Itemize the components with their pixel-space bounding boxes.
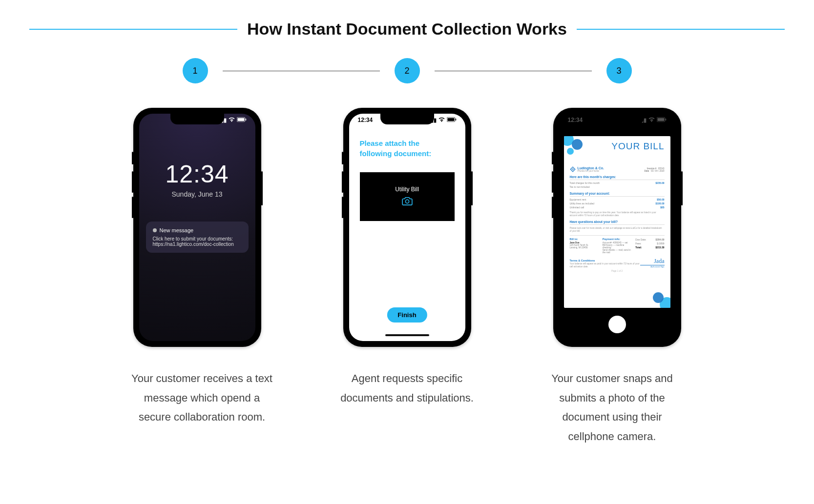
phone-notch: [380, 114, 434, 124]
wifi-icon: [438, 117, 445, 123]
step-badge-2: 2: [395, 58, 420, 83]
bill-document-preview: YOUR BILL Ludington & Co. Phones for you…: [564, 136, 670, 308]
bill-section-questions: Have questions about your bill?: [570, 220, 665, 225]
phone-notch: [590, 114, 644, 124]
bill-note: Thank you for reaching to pay on time th…: [570, 211, 665, 217]
notification-link: https://na1.lightico.com/doc-collection: [153, 242, 242, 247]
terms-note: Your balance will appear as paid in your…: [570, 262, 640, 268]
bill-row-amount: $85: [660, 206, 664, 209]
status-time: 12:34: [358, 117, 373, 123]
wifi-icon: [648, 117, 655, 123]
camera-icon: [402, 197, 413, 207]
bill-row-amount: $100.00: [655, 202, 664, 205]
bill-page-indicator: Page 1 of 2: [570, 270, 665, 272]
bill-section-charges: Here are this month's charges:: [570, 175, 665, 180]
svg-rect-2: [245, 119, 246, 121]
payment-info-heading: Payment info:: [603, 238, 631, 241]
bill-row-label: Total charges for this month: [570, 181, 600, 184]
title-divider-right: [577, 29, 785, 30]
payment-info-line: Bill history — machine checking: [603, 244, 631, 249]
bill-row-amount: $235.00: [655, 181, 664, 184]
notification-title: New message: [153, 227, 242, 233]
bill-row-label: Tax is not included: [570, 185, 590, 188]
battery-icon: [447, 117, 457, 123]
svg-point-6: [405, 200, 409, 203]
phone-3-screen: 12:34 ▮▮▮: [559, 114, 675, 341]
page-title: How Instant Document Collection Works: [247, 20, 567, 39]
fees-value: $.0899: [657, 242, 664, 245]
svg-point-10: [572, 169, 573, 170]
prompt-line-1: Please attach the: [360, 138, 455, 148]
phone-2-screen: 12:34 ▮▮▮ Please attach the: [349, 114, 465, 341]
lock-screen-time-block: 12:34 Sunday, June 13: [139, 114, 255, 198]
svg-rect-9: [665, 119, 666, 121]
phone-mockup-1: ▮▮▮ 12:34 Sunday, June 13: [133, 108, 261, 347]
finish-button[interactable]: Finish: [387, 307, 427, 323]
step-2-caption: Agent requests specific documents and st…: [334, 369, 480, 446]
svg-rect-5: [455, 119, 456, 121]
payment-info-line: Send checks — mail, send in the mail: [603, 249, 631, 254]
notification-title-text: New message: [160, 227, 194, 233]
phone-mockup-2: 12:34 ▮▮▮ Please attach the: [343, 108, 471, 347]
step-connector: [223, 71, 380, 71]
step-1-column: ▮▮▮ 12:34 Sunday, June 13: [122, 108, 273, 347]
step-indicator-row: 1 2 3: [183, 58, 632, 83]
lock-screen-date: Sunday, June 13: [139, 190, 255, 198]
bill-payment-info: Payment info: Account#: 4099243 — set Bi…: [603, 238, 631, 254]
due-label: Due Date:: [635, 238, 647, 241]
bill-company: Ludington & Co. Phones for your home: [570, 166, 604, 172]
step-2-column: 12:34 ▮▮▮ Please attach the: [332, 108, 483, 347]
document-upload-area[interactable]: Utility Bill: [360, 172, 455, 221]
signature-label: Authorized Sign: [640, 265, 665, 268]
svg-rect-4: [447, 118, 454, 121]
bill-totals: Due Date:$284.00 Fees:$.0899 Total:$215.…: [635, 238, 664, 254]
phone-mockup-3: 12:34 ▮▮▮: [553, 108, 681, 347]
terms-heading: Terms & Conditions: [570, 259, 640, 262]
prompt-line-2: following document:: [360, 148, 455, 159]
phone-notch: [170, 114, 224, 124]
bill-questions-note: Please look over for more details, or vi…: [570, 227, 665, 233]
total-label: Total:: [635, 246, 642, 249]
fees-label: Fees:: [635, 242, 642, 245]
svg-rect-1: [237, 118, 244, 121]
status-time: [148, 117, 149, 123]
phones-row: ▮▮▮ 12:34 Sunday, June 13: [29, 108, 785, 347]
document-name-label: Utility Bill: [395, 186, 419, 193]
notification-card[interactable]: New message Click here to submit your do…: [146, 222, 249, 253]
lock-screen-time: 12:34: [139, 160, 255, 188]
bill-to-line: Lansing, MI 23456: [570, 246, 599, 249]
step-1-caption: Your customer receives a text message wh…: [129, 369, 275, 446]
bill-row-amount: $50.00: [657, 198, 664, 201]
bill-date-label: Date: [644, 170, 649, 172]
wifi-icon: [229, 117, 235, 123]
bill-company-name: Ludington & Co.: [578, 166, 604, 170]
bill-bill-to: Bill to: Jane Doe 125 North Tenth St. La…: [570, 238, 599, 254]
bill-row-label: Unlimited call: [570, 206, 584, 209]
signature-icon: Jada: [640, 258, 665, 265]
battery-icon: [657, 117, 667, 123]
step-3-column: 12:34 ▮▮▮: [542, 108, 693, 347]
total-value: $215.30: [655, 246, 664, 249]
battery-icon: [237, 117, 247, 123]
bill-decoration-top: [564, 136, 593, 156]
camera-shutter-button[interactable]: [608, 316, 626, 333]
svg-rect-8: [657, 118, 664, 121]
bill-company-tagline: Phones for your home: [578, 170, 604, 172]
title-row: How Instant Document Collection Works: [29, 20, 785, 39]
notification-app-icon: [153, 228, 157, 232]
step-badge-3: 3: [606, 58, 632, 83]
home-indicator: [385, 334, 429, 336]
step-3-caption: Your customer snaps and submits a photo …: [539, 369, 686, 446]
bill-section-summary: Summary of your account:: [570, 192, 665, 197]
bill-row-label: Utility lines as included: [570, 202, 595, 205]
bill-date-value: 03 / 04 / 2020: [651, 170, 665, 172]
notification-body-text: Click here to submit your documents:: [153, 236, 242, 242]
phone-1-screen: ▮▮▮ 12:34 Sunday, June 13: [139, 114, 255, 341]
step-badge-1: 1: [183, 58, 208, 83]
status-time: 12:34: [568, 117, 583, 123]
step-connector: [435, 71, 592, 71]
bill-row-label: Equipment rent: [570, 198, 586, 201]
bill-to-heading: Bill to:: [570, 238, 599, 241]
due-value: $284.00: [655, 238, 664, 241]
title-divider-left: [29, 29, 237, 30]
